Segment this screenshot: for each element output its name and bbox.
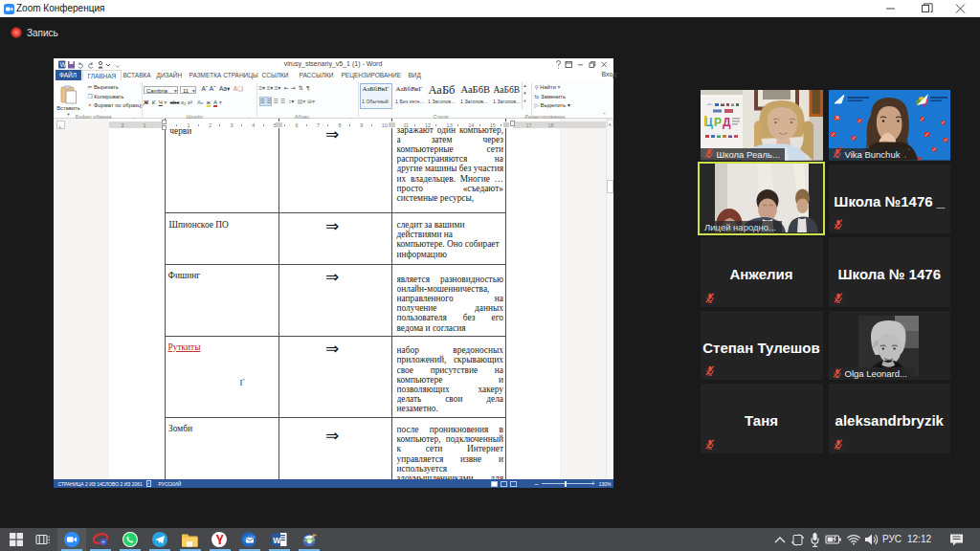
svg-text:W: W bbox=[59, 61, 66, 68]
svg-text:Д: Д bbox=[723, 116, 731, 129]
svg-text:W: W bbox=[273, 536, 281, 545]
svg-text:Р: Р bbox=[714, 116, 722, 129]
